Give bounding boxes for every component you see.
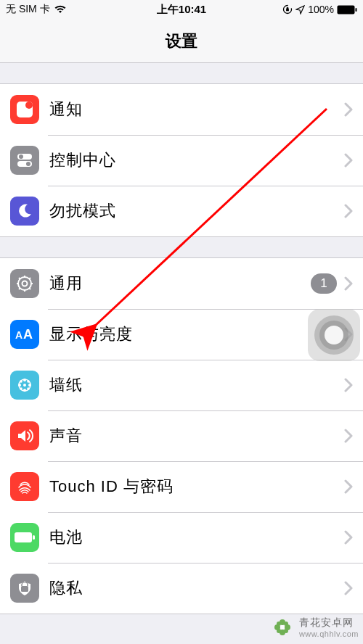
row-label: 电池 [49,527,340,548]
row-do-not-disturb[interactable]: 勿扰模式 [0,186,363,236]
row-label: 显示与亮度 [49,323,340,345]
svg-point-35 [280,619,285,625]
chevron-right-icon [340,581,363,595]
row-label: 墙纸 [49,374,340,396]
row-battery[interactable]: 电池 [0,512,363,563]
svg-rect-32 [33,535,35,540]
row-touchid-passcode[interactable]: Touch ID 与密码 [0,461,363,512]
battery-row-icon [10,523,39,552]
row-label: 隐私 [49,577,340,599]
chevron-right-icon [340,276,363,291]
svg-point-40 [284,622,288,626]
touchid-icon [10,472,39,501]
svg-point-29 [27,387,30,390]
chevron-right-icon [340,378,363,392]
battery-pct-text: 100% [308,4,334,15]
row-label: 通知 [49,99,340,120]
row-notifications[interactable]: 通知 [0,84,363,135]
watermark: 青花安卓网 www.qhhlv.com [270,615,359,640]
general-icon [10,269,39,298]
svg-point-39 [277,622,281,626]
svg-point-6 [19,154,23,159]
notification-badge: 1 [311,273,337,294]
svg-line-17 [19,288,20,289]
wifi-icon [54,5,66,14]
row-label: 通用 [49,273,311,294]
status-left: 无 SIM 卡 [6,3,122,16]
svg-text:A: A [23,327,33,342]
watermark-title: 青花安卓网 [299,616,354,629]
svg-text:A: A [15,329,23,341]
svg-line-15 [19,278,20,279]
svg-line-16 [29,288,30,289]
svg-point-37 [285,624,290,630]
battery-icon [337,5,357,15]
dnd-icon [10,197,39,226]
watermark-logo-icon [270,615,295,640]
svg-point-22 [23,379,26,381]
row-control-center[interactable]: 控制中心 [0,135,363,186]
svg-rect-1 [338,5,355,14]
svg-point-30 [23,384,26,387]
svg-rect-33 [21,586,28,592]
svg-point-23 [23,389,26,392]
svg-line-18 [29,278,30,279]
svg-point-25 [28,384,31,387]
chevron-right-icon [340,102,363,117]
settings-group-2: 通用 1 AA 显示与亮度 墙纸 声音 [0,257,363,614]
privacy-icon [10,574,39,603]
chevron-right-icon [340,429,363,443]
assistive-touch-button[interactable] [308,309,360,361]
page-title: 设置 [0,19,363,63]
row-label: 勿扰模式 [49,200,340,222]
row-label: 控制中心 [49,149,340,171]
carrier-text: 无 SIM 卡 [6,3,50,16]
rotation-lock-icon [282,4,293,15]
chevron-right-icon [340,153,363,168]
svg-point-42 [284,629,288,633]
control-center-icon [10,146,39,175]
row-privacy[interactable]: 隐私 [0,563,363,614]
svg-point-41 [277,629,281,633]
chevron-right-icon [340,479,363,494]
svg-point-36 [274,624,280,630]
row-label: Touch ID 与密码 [49,476,340,498]
svg-rect-2 [356,8,357,12]
svg-point-27 [27,380,30,383]
status-time: 上午10:41 [122,3,241,17]
wallpaper-icon [10,371,39,400]
chevron-right-icon [340,204,363,218]
svg-rect-31 [15,532,32,542]
svg-point-4 [25,102,33,109]
row-sounds[interactable]: 声音 [0,410,363,461]
sounds-icon [10,421,39,450]
status-bar: 无 SIM 卡 上午10:41 100% [0,0,363,19]
svg-point-24 [18,384,21,387]
settings-group-1: 通知 控制中心 勿扰模式 [0,83,363,237]
row-label: 声音 [49,425,340,447]
svg-point-8 [26,162,30,166]
status-right: 100% [241,4,357,15]
svg-point-43 [280,625,285,629]
notifications-icon [10,95,39,124]
location-icon [295,5,305,15]
svg-point-38 [280,629,285,635]
watermark-url: www.qhhlv.com [299,629,359,638]
chevron-right-icon [340,530,363,545]
svg-point-10 [23,281,28,286]
svg-point-28 [20,387,23,390]
row-general[interactable]: 通用 1 [0,258,363,309]
display-icon: AA [10,320,39,349]
row-wallpaper[interactable]: 墙纸 [0,360,363,410]
svg-point-26 [20,380,23,383]
